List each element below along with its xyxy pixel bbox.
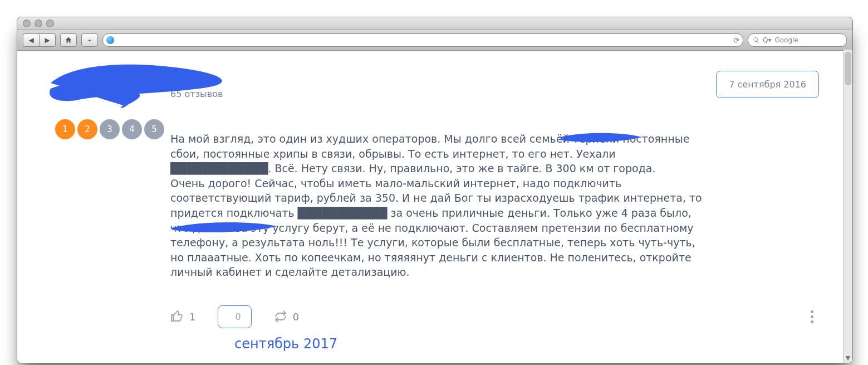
like-count: 1 xyxy=(189,311,195,323)
rating-dot-5[interactable]: 5 xyxy=(144,119,164,139)
review-date-badge: 7 сентября 2016 xyxy=(716,71,819,98)
review-paragraph-1: На мой взгляд, это один из худших операт… xyxy=(170,132,705,176)
rating-dot-3[interactable]: 3 xyxy=(100,119,120,139)
globe-icon xyxy=(106,36,114,44)
comment-count: 0 xyxy=(235,312,241,322)
forward-button[interactable]: ▶ xyxy=(39,33,56,47)
add-button[interactable]: ＋ xyxy=(81,33,98,47)
scrollbar[interactable]: ▼ xyxy=(843,50,852,363)
share-icon xyxy=(274,310,287,323)
search-icon xyxy=(753,37,759,43)
like-button[interactable]: 1 xyxy=(170,310,195,323)
rating-dot-1[interactable]: 1 xyxy=(55,119,75,139)
share-button[interactable]: 0 xyxy=(274,310,299,323)
browser-toolbar: ◀ ▶ ＋ ⟳ Q▾ Google xyxy=(17,30,852,51)
rating-dot-2[interactable]: 2 xyxy=(77,119,97,139)
window-titlebar xyxy=(17,17,852,30)
home-button[interactable] xyxy=(60,33,77,47)
search-box[interactable]: Q▾ Google xyxy=(748,33,847,47)
more-menu[interactable] xyxy=(811,310,813,323)
search-placeholder: Google xyxy=(774,36,798,44)
thumb-up-icon xyxy=(170,310,184,323)
month-label: сентябрь 2017 xyxy=(234,336,819,352)
review-text: На мой взгляд, это один из худших операт… xyxy=(170,106,705,280)
window-zoom-button[interactable] xyxy=(46,20,54,27)
page-content: 65 отзывов 7 сентября 2016 1 2 3 4 5 На … xyxy=(17,51,852,363)
window-close-button[interactable] xyxy=(23,20,31,27)
window-minimize-button[interactable] xyxy=(35,20,42,27)
review-paragraph-2: Очень дорого! Сейчас, чтобы иметь мало-м… xyxy=(170,176,705,280)
browser-window: ◀ ▶ ＋ ⟳ Q▾ Google 65 отзывов 7 сентября … xyxy=(17,17,853,363)
nav-buttons: ◀ ▶ xyxy=(23,33,56,47)
review-actions: 1 0 0 xyxy=(170,305,819,328)
back-button[interactable]: ◀ xyxy=(23,33,39,47)
review-card: 65 отзывов 7 сентября 2016 1 2 3 4 5 На … xyxy=(17,51,852,352)
address-bar[interactable]: ⟳ xyxy=(102,33,743,47)
reload-icon[interactable]: ⟳ xyxy=(733,36,739,45)
scrollbar-down[interactable]: ▼ xyxy=(844,354,852,362)
home-icon xyxy=(65,36,72,44)
rating-dot-4[interactable]: 4 xyxy=(122,119,142,139)
share-count: 0 xyxy=(293,311,299,323)
scrollbar-thumb[interactable] xyxy=(845,52,851,85)
comment-button[interactable]: 0 xyxy=(218,305,251,328)
